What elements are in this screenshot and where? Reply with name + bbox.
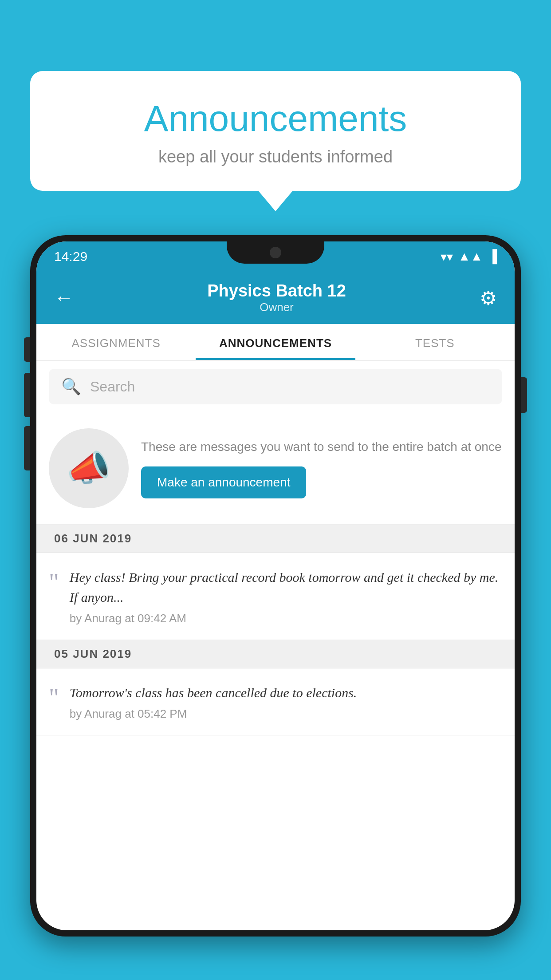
tab-assignments[interactable]: ASSIGNMENTS <box>36 324 196 360</box>
volume-up-button <box>24 373 30 417</box>
battery-icon: ▐ <box>488 249 497 264</box>
power-button <box>521 377 527 413</box>
header-center: Physics Batch 12 Owner <box>74 281 480 314</box>
announcement-meta-1: by Anurag at 09:42 AM <box>70 612 502 625</box>
date-separator-1: 06 JUN 2019 <box>36 525 515 553</box>
mute-button <box>24 337 30 362</box>
announcement-meta-2: by Anurag at 05:42 PM <box>70 707 502 721</box>
phone-frame: 14:29 ▾▾ ▲▲ ▐ ← Physics Batch 12 Owner ⚙ <box>30 235 521 937</box>
announcement-text-2: Tomorrow's class has been cancelled due … <box>70 683 502 703</box>
announcement-right: These are messages you want to send to t… <box>141 438 502 499</box>
app-header: ← Physics Batch 12 Owner ⚙ <box>36 272 515 324</box>
make-announcement-button[interactable]: Make an announcement <box>141 466 306 498</box>
status-icons: ▾▾ ▲▲ ▐ <box>441 249 497 264</box>
announcement-content-2: Tomorrow's class has been cancelled due … <box>70 683 502 721</box>
phone-notch <box>227 241 324 264</box>
wifi-icon: ▾▾ <box>441 249 453 264</box>
quote-icon-2: " <box>49 685 59 710</box>
search-icon: 🔍 <box>61 377 81 396</box>
announcement-text-1: Hey class! Bring your practical record b… <box>70 567 502 607</box>
quote-icon-1: " <box>49 570 59 595</box>
announcement-prompt: 📣 These are messages you want to send to… <box>36 412 515 525</box>
tab-announcements[interactable]: ANNOUNCEMENTS <box>196 324 355 360</box>
date-separator-2: 05 JUN 2019 <box>36 640 515 668</box>
volume-down-button <box>24 426 30 470</box>
header-title: Physics Batch 12 <box>74 281 480 300</box>
search-placeholder: Search <box>90 379 135 395</box>
status-time: 14:29 <box>54 249 87 264</box>
header-subtitle: Owner <box>74 300 480 314</box>
speech-bubble: Announcements keep all your students inf… <box>30 71 521 191</box>
phone-device: 14:29 ▾▾ ▲▲ ▐ ← Physics Batch 12 Owner ⚙ <box>30 235 521 980</box>
tab-tests[interactable]: TESTS <box>355 324 515 360</box>
tabs-bar: ASSIGNMENTS ANNOUNCEMENTS TESTS <box>36 324 515 361</box>
search-bar[interactable]: 🔍 Search <box>49 369 502 404</box>
settings-icon[interactable]: ⚙ <box>480 287 497 309</box>
signal-icon: ▲▲ <box>458 249 483 264</box>
bubble-title: Announcements <box>66 98 485 139</box>
announcement-content-1: Hey class! Bring your practical record b… <box>70 567 502 625</box>
search-container: 🔍 Search <box>36 361 515 412</box>
announcement-item-1: " Hey class! Bring your practical record… <box>36 553 515 640</box>
phone-screen: 14:29 ▾▾ ▲▲ ▐ ← Physics Batch 12 Owner ⚙ <box>36 241 515 930</box>
camera <box>270 247 281 258</box>
back-button[interactable]: ← <box>54 287 74 309</box>
bubble-subtitle: keep all your students informed <box>66 147 485 166</box>
announcement-item-2: " Tomorrow's class has been cancelled du… <box>36 668 515 735</box>
megaphone-icon: 📣 <box>67 447 111 489</box>
speech-bubble-section: Announcements keep all your students inf… <box>30 71 521 191</box>
megaphone-circle: 📣 <box>49 428 129 508</box>
announcement-description: These are messages you want to send to t… <box>141 438 502 456</box>
